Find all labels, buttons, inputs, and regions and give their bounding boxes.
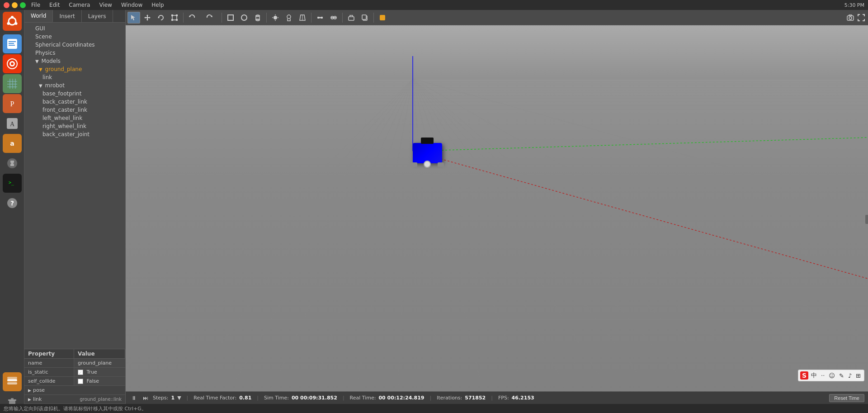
ime-emoji-icon[interactable]: ☺: [827, 372, 836, 380]
svg-line-105: [261, 79, 413, 404]
robot-model[interactable]: [413, 143, 442, 163]
ime-pen-icon[interactable]: ✎: [838, 372, 845, 380]
tree-link[interactable]: link: [24, 73, 125, 81]
svg-rect-31: [7, 382, 17, 385]
menu-edit[interactable]: Edit: [47, 2, 61, 8]
toolbar-sphere-btn[interactable]: [238, 12, 250, 24]
tree-physics[interactable]: Physics: [24, 49, 125, 57]
toolbar-light3-btn[interactable]: [296, 12, 309, 24]
toolbar-model-btn[interactable]: [345, 12, 358, 24]
grid-scene[interactable]: S 中 ·· ☺ ✎ ♪ ⊞: [126, 25, 868, 404]
toolbar-fullscreen-btn[interactable]: [856, 13, 866, 23]
toolbar-scale-btn[interactable]: [168, 12, 181, 24]
ime-s-icon[interactable]: S: [800, 371, 808, 380]
toolbar-joint-btn[interactable]: [327, 12, 340, 24]
prop-val-is-static[interactable]: ✓ True: [74, 368, 125, 376]
sidebar-icon-1[interactable]: [3, 34, 22, 53]
tab-world[interactable]: World: [24, 10, 53, 22]
toolbar-undo-btn[interactable]: [186, 12, 198, 24]
tree-models[interactable]: ▼ Models: [24, 57, 125, 65]
svg-line-109: [413, 79, 442, 404]
menu-bar: File Edit Camera View Window Help: [29, 2, 166, 8]
ime-dots-icon[interactable]: ··: [820, 372, 826, 380]
maximize-button[interactable]: [20, 2, 26, 8]
tree-mrobot[interactable]: ▼ mrobot: [24, 81, 125, 90]
toolbar-box-btn[interactable]: [224, 12, 237, 24]
toolbar-rotate-btn[interactable]: [155, 12, 167, 24]
sidebar-icon-3[interactable]: [3, 74, 22, 93]
sidebar-icon-terminal[interactable]: >_: [3, 174, 22, 193]
window-controls[interactable]: [4, 2, 26, 8]
sep4: [311, 13, 311, 23]
tree-spherical-coords[interactable]: Spherical Coordinates: [24, 41, 125, 49]
prop-col-value: Value: [74, 349, 125, 358]
tree-ground-plane[interactable]: ▼ ground_plane: [24, 65, 125, 73]
sep3: [266, 13, 267, 23]
toolbar-link-btn[interactable]: [314, 12, 326, 24]
svg-line-115: [413, 79, 713, 404]
sim-rt-factor-value: 0.81: [239, 395, 251, 401]
toolbar-record-btn[interactable]: [376, 12, 389, 24]
sidebar-icon-stack[interactable]: [3, 372, 22, 391]
menu-view[interactable]: View: [97, 2, 113, 8]
title-right: 5:30 PM: [844, 2, 864, 8]
sim-reset-btn[interactable]: Reset Time: [829, 394, 864, 402]
svg-marker-40: [144, 17, 146, 19]
ubuntu-logo-icon[interactable]: [3, 12, 22, 31]
tree-right-wheel-link[interactable]: right_wheel_link: [24, 122, 125, 130]
tab-layers[interactable]: Layers: [82, 10, 113, 22]
sidebar-icon-5[interactable]: A: [3, 114, 22, 133]
sim-pause-btn[interactable]: ⏸: [129, 394, 138, 403]
toolbar-undo-sep: [199, 12, 202, 24]
tree-left-wheel-link[interactable]: left_wheel_link: [24, 114, 125, 122]
toolbar-light2-btn[interactable]: [283, 12, 295, 24]
toolbar-camera-screenshot-btn[interactable]: [845, 13, 855, 23]
svg-text:>_: >_: [9, 180, 14, 185]
toolbar-light1-btn[interactable]: [269, 12, 282, 24]
toolbar-translate-btn[interactable]: [141, 12, 154, 24]
sidebar-icon-6[interactable]: a: [3, 134, 22, 153]
toolbar-copy-btn[interactable]: [359, 12, 371, 24]
tree-gui[interactable]: GUI: [24, 24, 125, 33]
tree-back-caster-joint[interactable]: back_caster_joint: [24, 130, 125, 138]
menu-camera[interactable]: Camera: [67, 2, 92, 8]
toolbar-select-btn[interactable]: [127, 12, 140, 24]
tree-front-caster-link[interactable]: front_caster_link: [24, 106, 125, 114]
menu-window[interactable]: Window: [119, 2, 144, 8]
svg-rect-8: [9, 45, 15, 46]
sidebar-icon-tools[interactable]: [3, 154, 22, 173]
svg-line-101: [126, 79, 413, 404]
ime-mic-icon[interactable]: ♪: [847, 372, 853, 380]
prop-row-link[interactable]: ▶ link ground_plane::link: [24, 395, 125, 404]
close-button[interactable]: [4, 2, 9, 8]
tree-base-footprint[interactable]: base_footprint: [24, 90, 125, 98]
tab-insert[interactable]: Insert: [53, 10, 81, 22]
menu-file[interactable]: File: [29, 2, 42, 8]
toolbar-redo-btn[interactable]: [203, 12, 216, 24]
sim-rt-factor-label: Real Time Factor:: [193, 395, 236, 401]
sim-step-btn[interactable]: ⏭: [141, 394, 150, 403]
sidebar-icon-4[interactable]: P: [3, 94, 22, 113]
is-static-checkbox[interactable]: ✓: [78, 370, 83, 375]
svg-line-102: [126, 79, 413, 404]
ime-chinese-icon[interactable]: 中: [810, 371, 818, 380]
minimize-button[interactable]: [12, 2, 18, 8]
menu-help[interactable]: Help: [150, 2, 165, 8]
sidebar-icon-help[interactable]: ?: [3, 194, 22, 213]
self-collide-checkbox[interactable]: [78, 379, 83, 384]
svg-line-104: [216, 79, 413, 404]
prop-val-name[interactable]: ground_plane: [74, 359, 125, 367]
sidebar-icon-2[interactable]: [3, 54, 22, 73]
ime-grid-icon[interactable]: ⊞: [854, 372, 862, 380]
svg-line-116: [413, 79, 759, 404]
svg-line-117: [413, 79, 804, 404]
prop-row-pose[interactable]: ▶ pose: [24, 386, 125, 395]
scene-area[interactable]: S 中 ·· ☺ ✎ ♪ ⊞: [126, 25, 868, 404]
toolbar-cylinder-btn[interactable]: [251, 12, 264, 24]
panel-resize-handle[interactable]: [865, 215, 868, 224]
tree-back-caster-link[interactable]: back_caster_link: [24, 98, 125, 106]
prop-val-self-collide[interactable]: False: [74, 377, 125, 385]
grid-svg: [126, 25, 868, 404]
sim-step-down-icon[interactable]: ▼: [177, 395, 181, 401]
tree-scene[interactable]: Scene: [24, 33, 125, 41]
